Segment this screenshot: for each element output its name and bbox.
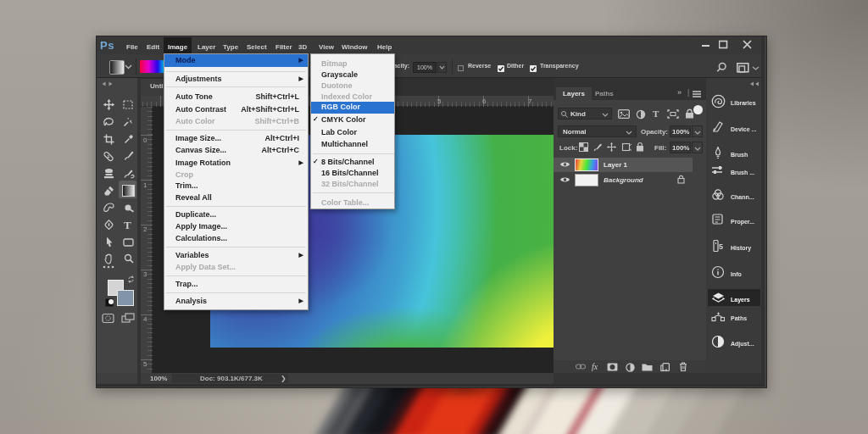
svg-text:5: 5 — [719, 242, 723, 251]
